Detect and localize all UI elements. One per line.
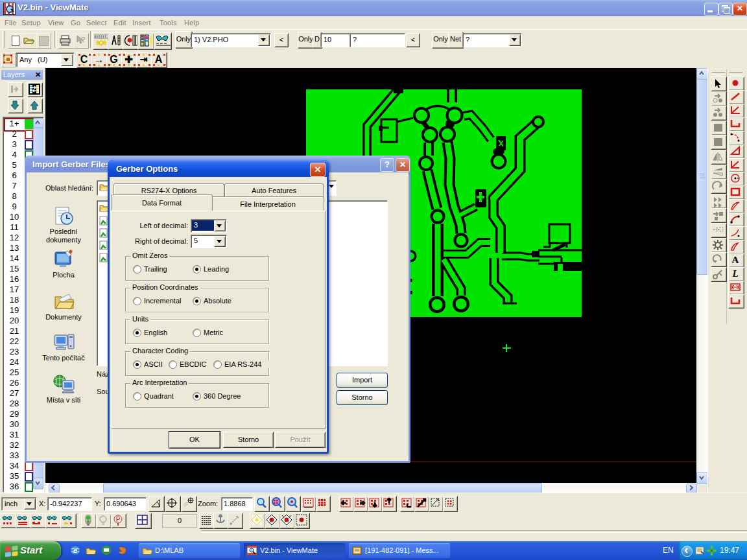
svg-text:P: P (116, 516, 121, 523)
svg-text:e: e (73, 546, 77, 554)
svg-text:L: L (731, 268, 738, 279)
svg-text:?: ? (81, 36, 86, 43)
svg-text:A: A (732, 255, 739, 265)
